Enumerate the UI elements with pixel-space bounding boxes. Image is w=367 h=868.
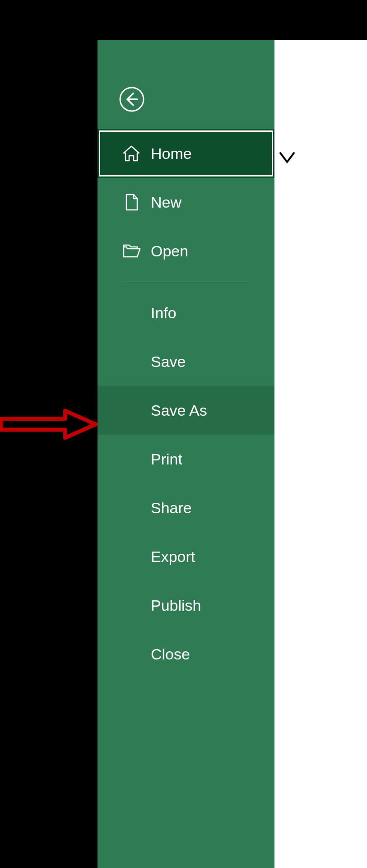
- folder-open-icon: [122, 241, 141, 260]
- menu-item-share[interactable]: Share: [98, 483, 274, 532]
- content-partial-glyph: [278, 151, 296, 169]
- menu-item-publish[interactable]: Publish: [98, 581, 274, 630]
- menu-label: Save: [151, 353, 186, 371]
- home-icon: [122, 144, 141, 163]
- menu-divider: [122, 282, 250, 282]
- backstage-sidebar: Home New Open Info: [98, 40, 274, 868]
- menu-item-new[interactable]: New: [98, 178, 274, 227]
- menu-label: Share: [151, 499, 192, 517]
- menu-label: Close: [151, 645, 190, 663]
- menu-item-save[interactable]: Save: [98, 337, 274, 386]
- menu-item-print[interactable]: Print: [98, 435, 274, 483]
- menu-item-home[interactable]: Home: [98, 129, 274, 178]
- menu-label: New: [151, 194, 181, 211]
- menu-item-open[interactable]: Open: [98, 227, 274, 275]
- back-arrow-icon: [119, 86, 145, 114]
- menu-item-info[interactable]: Info: [98, 288, 274, 337]
- menu-item-export[interactable]: Export: [98, 532, 274, 581]
- back-button[interactable]: [118, 87, 145, 114]
- menu-label: Home: [151, 145, 192, 162]
- menu-label: Save As: [151, 402, 207, 419]
- new-file-icon: [122, 193, 141, 212]
- backstage-menu: Home New Open Info: [98, 129, 274, 678]
- menu-label: Print: [151, 450, 182, 468]
- menu-item-save-as[interactable]: Save As: [98, 386, 274, 435]
- menu-label: Info: [151, 304, 177, 322]
- menu-item-close[interactable]: Close: [98, 630, 274, 678]
- menu-label: Publish: [151, 597, 201, 614]
- menu-label: Open: [151, 242, 188, 260]
- menu-label: Export: [151, 548, 195, 566]
